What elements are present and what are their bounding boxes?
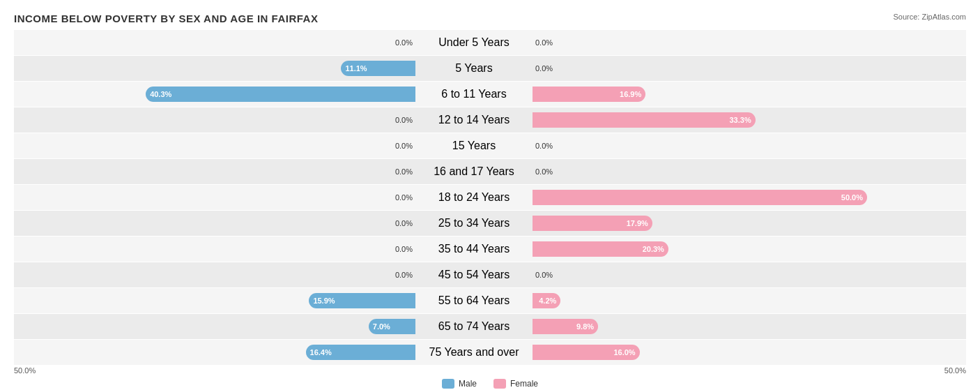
male-bar-container: 0.0% xyxy=(14,38,415,47)
female-value-label: 0.0% xyxy=(535,142,560,150)
axis-right-label: 50.0% xyxy=(944,366,966,375)
female-section: 0.0% xyxy=(530,133,934,158)
male-color-box xyxy=(442,379,454,389)
source-text: Source: ZipAtlas.com xyxy=(893,13,966,21)
age-label: 5 Years xyxy=(455,62,492,74)
male-section: 0.0% xyxy=(14,211,418,236)
female-section: 33.3% xyxy=(530,107,934,133)
male-section: 11.1% xyxy=(14,56,418,81)
age-label: 6 to 11 Years xyxy=(441,88,506,100)
age-label: 45 to 54 Years xyxy=(438,269,510,280)
male-section: 0.0% xyxy=(14,107,418,133)
female-value-label: 0.0% xyxy=(535,38,560,47)
male-bar-container: 0.0% xyxy=(14,167,415,176)
female-section: 20.3% xyxy=(530,237,934,262)
male-bar: 7.0% xyxy=(369,319,415,334)
female-legend-label: Female xyxy=(510,379,538,389)
female-bar: 50.0% xyxy=(533,190,867,205)
male-value-label: 0.0% xyxy=(388,271,413,279)
male-section: 0.0% xyxy=(14,185,418,210)
age-label-cell: Under 5 Years xyxy=(418,36,530,49)
age-label-cell: 75 Years and over xyxy=(418,346,530,359)
age-label: 18 to 24 Years xyxy=(438,191,510,203)
male-section: 7.0% xyxy=(14,314,418,339)
female-bar: 16.0% xyxy=(533,345,640,360)
age-label-cell: 35 to 44 Years xyxy=(418,243,530,255)
male-bar-container: 0.0% xyxy=(14,245,415,253)
chart-container: INCOME BELOW POVERTY BY SEX AND AGE IN F… xyxy=(0,0,980,390)
table-row: 16.4%75 Years and over16.0% xyxy=(14,340,966,365)
female-bar-container: 0.0% xyxy=(533,167,934,176)
female-bar: 4.2% xyxy=(533,293,560,308)
female-value-label: 0.0% xyxy=(535,271,560,279)
male-value-inside: 7.0% xyxy=(373,322,390,331)
male-section: 16.4% xyxy=(14,340,418,365)
table-row: 0.0%Under 5 Years0.0% xyxy=(14,30,966,55)
female-bar: 16.9% xyxy=(533,87,645,102)
male-bar-container: 16.4% xyxy=(14,345,415,360)
female-section: 17.9% xyxy=(530,211,934,236)
male-bar-container: 0.0% xyxy=(14,116,415,124)
table-row: 7.0%65 to 74 Years9.8% xyxy=(14,314,966,339)
male-value-inside: 16.4% xyxy=(310,348,332,357)
male-bar-container: 0.0% xyxy=(14,271,415,279)
female-value-label: 0.0% xyxy=(535,167,560,176)
male-bar-container: 40.3% xyxy=(14,87,415,102)
male-section: 0.0% xyxy=(14,262,418,287)
male-section: 40.3% xyxy=(14,82,418,107)
male-bar-container: 0.0% xyxy=(14,193,415,202)
axis-bottom: 50.0% 50.0% xyxy=(14,366,966,375)
male-value-label: 0.0% xyxy=(388,38,413,47)
age-label-cell: 16 and 17 Years xyxy=(418,165,530,178)
table-row: 40.3%6 to 11 Years16.9% xyxy=(14,82,966,107)
female-bar: 17.9% xyxy=(533,216,652,231)
female-value-inside: 16.9% xyxy=(620,90,641,98)
age-label: 12 to 14 Years xyxy=(438,114,510,126)
age-label: 65 to 74 Years xyxy=(438,320,510,332)
table-row: 0.0%45 to 54 Years0.0% xyxy=(14,262,966,287)
female-section: 4.2% xyxy=(530,288,934,313)
female-value-label: 0.0% xyxy=(535,64,560,73)
male-value-label: 0.0% xyxy=(388,219,413,227)
female-color-box xyxy=(493,379,506,389)
female-bar-container: 0.0% xyxy=(533,142,934,150)
female-value-inside: 20.3% xyxy=(643,245,664,253)
table-row: 0.0%15 Years0.0% xyxy=(14,133,966,158)
age-label: 15 Years xyxy=(452,140,496,151)
female-bar-container: 16.9% xyxy=(533,87,934,102)
female-bar: 20.3% xyxy=(533,241,668,257)
female-value-inside: 17.9% xyxy=(627,219,648,227)
age-label-cell: 25 to 34 Years xyxy=(418,217,530,230)
table-row: 0.0%35 to 44 Years20.3% xyxy=(14,237,966,262)
age-label-cell: 5 Years xyxy=(418,62,530,75)
male-section: 0.0% xyxy=(14,30,418,55)
female-bar: 9.8% xyxy=(533,319,598,334)
female-section: 16.9% xyxy=(530,82,934,107)
chart-area: 0.0%Under 5 Years0.0%11.1%5 Years0.0%40.… xyxy=(14,30,966,365)
age-label: 35 to 44 Years xyxy=(438,243,510,255)
table-row: 15.9%55 to 64 Years4.2% xyxy=(14,288,966,313)
male-bar-container: 0.0% xyxy=(14,142,415,150)
male-value-label: 0.0% xyxy=(388,167,413,176)
male-bar-container: 7.0% xyxy=(14,319,415,334)
female-section: 0.0% xyxy=(530,262,934,287)
age-label-cell: 45 to 54 Years xyxy=(418,269,530,281)
female-bar-container: 0.0% xyxy=(533,271,934,279)
legend: Male Female xyxy=(14,379,966,389)
table-row: 11.1%5 Years0.0% xyxy=(14,56,966,81)
age-label-cell: 6 to 11 Years xyxy=(418,88,530,100)
female-bar-container: 17.9% xyxy=(533,216,934,231)
axis-left-label: 50.0% xyxy=(14,366,36,375)
age-label-cell: 55 to 64 Years xyxy=(418,294,530,307)
male-value-label: 0.0% xyxy=(388,142,413,150)
female-value-inside: 50.0% xyxy=(841,193,863,202)
female-bar-container: 4.2% xyxy=(533,293,934,308)
male-bar: 15.9% xyxy=(309,293,415,308)
legend-female: Female xyxy=(493,379,538,389)
male-bar: 11.1% xyxy=(341,61,415,76)
female-value-inside: 16.0% xyxy=(613,348,635,357)
male-value-label: 0.0% xyxy=(388,116,413,124)
female-value-inside: 33.3% xyxy=(729,116,751,124)
female-bar-container: 33.3% xyxy=(533,112,934,128)
female-value-inside: 4.2% xyxy=(539,297,556,305)
